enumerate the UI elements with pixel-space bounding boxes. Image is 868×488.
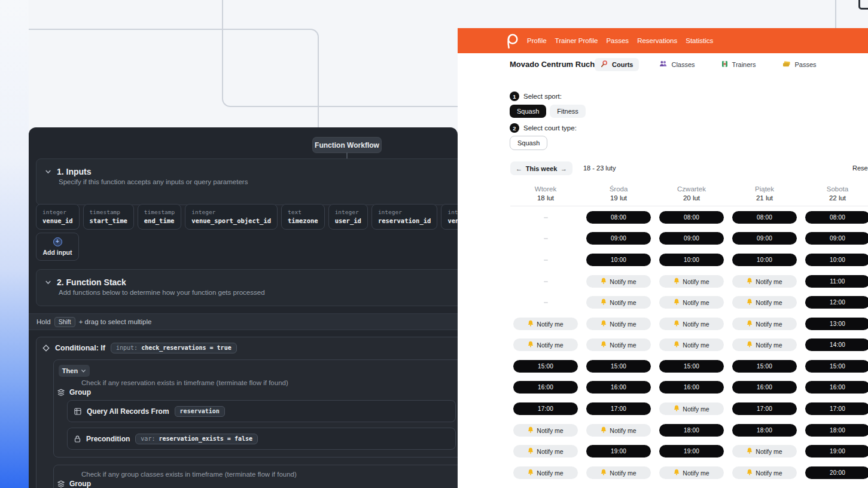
time-slot-button[interactable]: 15:00 bbox=[805, 360, 868, 373]
time-slot-button[interactable]: 08:00 bbox=[805, 211, 868, 224]
tab-courts[interactable]: Courts bbox=[595, 58, 639, 71]
conditional-expression-chip[interactable]: input: check_reservations = true bbox=[111, 343, 237, 353]
time-slot-button[interactable]: 14:00 bbox=[805, 338, 868, 351]
sport-option-fitness[interactable]: Fitness bbox=[550, 105, 585, 118]
chevron-down-icon[interactable] bbox=[45, 169, 51, 175]
time-slot-button[interactable]: 15:00 bbox=[513, 360, 578, 373]
notify-me-button[interactable]: Notify me bbox=[513, 466, 578, 479]
time-slot-button[interactable]: 09:00 bbox=[732, 232, 797, 245]
nav-profile[interactable]: Profile bbox=[527, 37, 547, 44]
time-slot-button[interactable]: 15:00 bbox=[659, 360, 724, 373]
time-slot-button[interactable]: 16:00 bbox=[732, 381, 797, 394]
notify-me-button[interactable]: Notify me bbox=[659, 402, 724, 415]
time-slot-button[interactable]: 08:00 bbox=[659, 211, 724, 224]
time-slot-button[interactable]: 16:00 bbox=[586, 381, 651, 394]
input-param-chip[interactable]: integeruser_id bbox=[328, 204, 368, 230]
time-slot-button[interactable]: 09:00 bbox=[659, 232, 724, 245]
notify-me-button[interactable]: Notify me bbox=[659, 318, 724, 330]
arrow-right-icon[interactable]: → bbox=[561, 165, 567, 172]
notify-me-button[interactable]: Notify me bbox=[732, 445, 797, 458]
step2-label: Select court type: bbox=[523, 124, 577, 132]
time-slot-button[interactable]: 19:00 bbox=[805, 445, 868, 458]
time-slot-button[interactable]: 16:00 bbox=[513, 381, 578, 394]
time-slot-button[interactable]: 10:00 bbox=[805, 254, 868, 266]
input-param-chip[interactable]: timestampstart_time bbox=[83, 204, 134, 230]
time-slot-button[interactable]: 09:00 bbox=[805, 232, 868, 245]
time-slot-button[interactable]: 19:00 bbox=[659, 445, 724, 458]
time-slot-button[interactable]: 11:00 bbox=[805, 275, 868, 288]
chevron-down-icon[interactable] bbox=[45, 279, 51, 286]
notify-me-button[interactable]: Notify me bbox=[513, 445, 578, 458]
then-dropdown[interactable]: Then bbox=[59, 365, 90, 377]
tab-classes[interactable]: Classes bbox=[653, 58, 701, 71]
arrow-left-icon[interactable]: ← bbox=[516, 165, 522, 172]
function-workflow-tab[interactable]: Function Workflow bbox=[313, 138, 381, 152]
time-slot-button[interactable]: 18:00 bbox=[805, 424, 868, 437]
week-label[interactable]: This week bbox=[526, 165, 558, 172]
notify-me-button[interactable]: Notify me bbox=[513, 338, 578, 351]
notify-me-button[interactable]: Notify me bbox=[732, 338, 797, 351]
stack-section-header[interactable]: 2. Function Stack Add functions below to… bbox=[36, 269, 480, 306]
time-slot-button[interactable]: 17:00 bbox=[732, 402, 797, 415]
notify-me-button[interactable]: Notify me bbox=[732, 318, 797, 330]
sport-option-squash[interactable]: Squash bbox=[510, 105, 546, 118]
notify-me-button[interactable]: Notify me bbox=[586, 296, 651, 309]
notify-me-button[interactable]: Notify me bbox=[586, 338, 651, 351]
time-slot-button[interactable]: 10:00 bbox=[586, 254, 651, 266]
notify-me-button[interactable]: Notify me bbox=[732, 275, 797, 288]
conditional-block[interactable]: Conditional: If input: check_reservation… bbox=[36, 337, 480, 488]
notify-me-button[interactable]: Notify me bbox=[586, 275, 651, 288]
time-slot-button[interactable]: 09:00 bbox=[586, 232, 651, 245]
input-param-chip[interactable]: integervenue_sport_object_id bbox=[185, 204, 278, 230]
input-param-chip[interactable]: integervenue_id bbox=[36, 204, 80, 230]
nav-trainer-profile[interactable]: Trainer Profile bbox=[555, 37, 598, 44]
time-slot-button[interactable]: 19:00 bbox=[586, 445, 651, 458]
query-all-records-function[interactable]: Query All Records From reservation bbox=[67, 400, 456, 422]
tab-trainers[interactable]: Trainers bbox=[715, 58, 762, 71]
notify-me-button[interactable]: Notify me bbox=[586, 424, 651, 437]
notify-me-button[interactable]: Notify me bbox=[732, 296, 797, 309]
time-slot-button[interactable]: 18:00 bbox=[659, 424, 724, 437]
time-slot-button[interactable]: 12:00 bbox=[805, 296, 868, 309]
time-slot-button[interactable]: 16:00 bbox=[659, 381, 724, 394]
time-slot-button[interactable]: 16:00 bbox=[805, 381, 868, 394]
step2-row: 2 Select court type: bbox=[510, 123, 577, 133]
bell-icon bbox=[528, 469, 534, 477]
precondition-function[interactable]: Precondition var: reservation_exists = f… bbox=[67, 428, 456, 450]
inputs-section-header[interactable]: 1. Inputs Specify if this function accep… bbox=[36, 158, 480, 205]
notify-me-button[interactable]: Notify me bbox=[659, 296, 724, 309]
notify-me-button[interactable]: Notify me bbox=[732, 466, 797, 479]
nav-passes[interactable]: Passes bbox=[606, 37, 629, 44]
time-slot-button[interactable]: 17:00 bbox=[586, 402, 651, 415]
input-param-chip[interactable]: texttimezone bbox=[281, 204, 325, 230]
court-type-squash[interactable]: Squash bbox=[510, 136, 547, 150]
table-name-chip[interactable]: reservation bbox=[175, 406, 225, 417]
input-param-chip[interactable]: integerreservation_id bbox=[371, 204, 438, 230]
nav-statistics[interactable]: Statistics bbox=[686, 37, 713, 44]
time-slot-button[interactable]: 20:00 bbox=[805, 466, 868, 479]
time-slot-button[interactable]: 18:00 bbox=[732, 424, 797, 437]
notify-me-button[interactable]: Notify me bbox=[586, 466, 651, 479]
notify-me-button[interactable]: Notify me bbox=[659, 275, 724, 288]
time-slot-button[interactable]: 10:00 bbox=[659, 254, 724, 266]
time-slot-button[interactable]: 13:00 bbox=[805, 318, 868, 330]
time-slot-button[interactable]: 08:00 bbox=[586, 211, 651, 224]
notify-me-button[interactable]: Notify me bbox=[513, 424, 578, 437]
input-param-chip[interactable]: timestampend_time bbox=[138, 204, 181, 230]
notify-me-button[interactable]: Notify me bbox=[586, 318, 651, 330]
reserve-link-partial[interactable]: Reserv bbox=[852, 164, 868, 172]
add-input-button[interactable]: + Add input bbox=[36, 233, 79, 261]
time-slot-button[interactable]: 17:00 bbox=[805, 402, 868, 415]
brand-logo-icon[interactable] bbox=[504, 33, 520, 49]
notify-me-button[interactable]: Notify me bbox=[659, 466, 724, 479]
precondition-expression-chip[interactable]: var: reservation_exists = false bbox=[135, 434, 258, 444]
notify-me-button[interactable]: Notify me bbox=[659, 338, 724, 351]
time-slot-button[interactable]: 08:00 bbox=[732, 211, 797, 224]
time-slot-button[interactable]: 17:00 bbox=[513, 402, 578, 415]
time-slot-button[interactable]: 10:00 bbox=[732, 254, 797, 266]
time-slot-button[interactable]: 15:00 bbox=[732, 360, 797, 373]
tab-passes[interactable]: Passes bbox=[776, 59, 823, 71]
nav-reservations[interactable]: Reservations bbox=[637, 37, 677, 44]
time-slot-button[interactable]: 15:00 bbox=[586, 360, 651, 373]
notify-me-button[interactable]: Notify me bbox=[513, 318, 578, 330]
